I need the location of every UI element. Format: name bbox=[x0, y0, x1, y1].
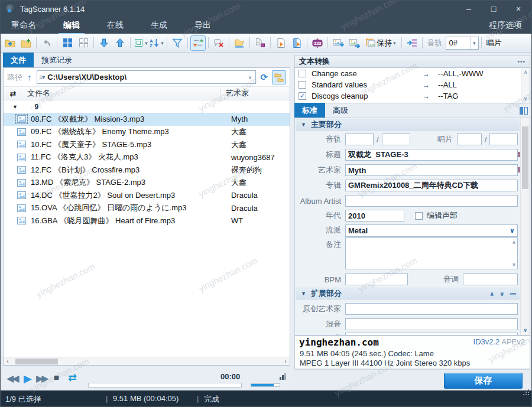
remix-field[interactable] bbox=[345, 318, 518, 330]
select-mode-dropdown[interactable]: ▾ bbox=[133, 35, 148, 51]
fast-forward-icon[interactable]: ▶▶ bbox=[36, 373, 47, 384]
save-button[interactable]: 保存 bbox=[444, 373, 523, 389]
undo-button[interactable] bbox=[39, 35, 54, 51]
more-options-icon[interactable]: ••• bbox=[517, 58, 525, 65]
panel-layout-icon[interactable] bbox=[520, 107, 528, 115]
counter-123-button[interactable]: 123 bbox=[310, 35, 325, 51]
resize-grip[interactable] bbox=[528, 394, 529, 395]
folder-tree-toggle[interactable] bbox=[272, 70, 286, 84]
minimize-icon[interactable]: – bbox=[464, 4, 473, 14]
file-row[interactable]: 15.OVA 《心跳回忆》 日曜の雨のように.mp3 Dracula bbox=[4, 202, 290, 215]
scroll-down-icon[interactable]: ∨ bbox=[512, 262, 516, 268]
genre-select[interactable]: Metal ∨ bbox=[345, 224, 518, 237]
collapse-triangle-icon[interactable]: ▼ bbox=[301, 291, 306, 297]
close-icon[interactable]: × bbox=[514, 4, 523, 14]
view-grid-outline-button[interactable] bbox=[76, 35, 91, 51]
column-filename[interactable]: 文件名 bbox=[22, 88, 221, 99]
sort-dropdown[interactable]: AZ▾ bbox=[149, 35, 164, 51]
album-artist-field[interactable] bbox=[345, 195, 518, 207]
file-row[interactable]: 12.FC 《B计划》 Crossfire.mp3 裸奔的狗 bbox=[4, 164, 290, 177]
checkbox-discogs-cleanup[interactable]: ✓ bbox=[299, 92, 306, 100]
shuffle-icon[interactable]: ⇄ bbox=[4, 89, 22, 98]
menu-edit[interactable]: 编辑 bbox=[61, 18, 82, 33]
scroll-up-icon[interactable]: ∧ bbox=[524, 69, 528, 75]
preview-file-button[interactable] bbox=[273, 35, 288, 51]
add-folder-button[interactable] bbox=[18, 35, 34, 51]
disc-number-field[interactable] bbox=[457, 134, 482, 145]
open-folder-button[interactable] bbox=[232, 35, 247, 51]
key-field[interactable] bbox=[463, 273, 518, 285]
tab-standard[interactable]: 标准 bbox=[294, 103, 325, 118]
view-grid-filled-button[interactable] bbox=[60, 35, 75, 51]
volume-slider[interactable] bbox=[251, 383, 280, 387]
file-row[interactable]: 13.MD 《索尼克》 STAGE-2.mp3 大鑫 bbox=[4, 177, 290, 190]
disc-total-field[interactable] bbox=[489, 134, 518, 145]
collapse-up-icon[interactable]: ∧ bbox=[489, 291, 494, 297]
filter-button[interactable] bbox=[170, 35, 185, 51]
scroll-down-icon[interactable]: ∨ bbox=[523, 327, 527, 333]
import-cover-button[interactable] bbox=[330, 35, 346, 51]
horizontal-scrollbar[interactable]: ‹ › bbox=[4, 357, 290, 365]
collapse-triangle-icon[interactable]: ▼ bbox=[301, 122, 306, 128]
scroll-left-icon[interactable]: ‹ bbox=[4, 358, 12, 364]
convert-row[interactable]: ✓ Discogs cleanup → --TAG bbox=[295, 90, 530, 102]
artist-field[interactable] bbox=[345, 164, 518, 176]
folder-up-icon[interactable]: ↑ bbox=[25, 72, 34, 82]
path-combobox[interactable]: ≡▾ C:\Users\XU\Desktop\ ∨ bbox=[37, 70, 257, 84]
browse-folder-button[interactable] bbox=[2, 35, 18, 51]
tab-preview-log[interactable]: 预览记录 bbox=[34, 53, 80, 67]
track-number-field[interactable] bbox=[345, 134, 374, 145]
scroll-up-icon[interactable]: ∧ bbox=[512, 239, 516, 245]
scroll-down-icon[interactable]: ∨ bbox=[524, 96, 528, 102]
chevron-down-icon[interactable]: ∨ bbox=[245, 74, 256, 80]
album-field[interactable] bbox=[345, 180, 518, 191]
convert-row[interactable]: Change case → --ALL,-WWW bbox=[295, 68, 530, 79]
preview-file-alt-button[interactable] bbox=[289, 35, 304, 51]
structure-button[interactable] bbox=[252, 35, 268, 51]
more-options-icon[interactable]: ••• bbox=[510, 291, 516, 297]
convert-scrollbar[interactable]: ∧∨ bbox=[521, 68, 530, 103]
section-main[interactable]: ▼ 主要部分 bbox=[296, 119, 520, 131]
column-artist[interactable]: 艺术家 bbox=[221, 88, 290, 99]
convert-row[interactable]: Standard values → --ALL bbox=[295, 79, 530, 90]
original-artist-field[interactable] bbox=[345, 303, 518, 315]
collapse-triangle-icon[interactable]: ▼ bbox=[12, 104, 18, 110]
move-down-button[interactable] bbox=[96, 35, 112, 51]
scroll-right-icon[interactable]: › bbox=[281, 358, 290, 364]
form-scrollbar[interactable]: ∨ bbox=[520, 118, 530, 335]
tab-advanced[interactable]: 高级 bbox=[325, 103, 356, 118]
collapse-down-icon[interactable]: ∨ bbox=[499, 291, 504, 297]
title-field[interactable] bbox=[345, 149, 518, 161]
menu-generate[interactable]: 生成 bbox=[148, 18, 170, 33]
file-row[interactable]: 09.FC 《燃烧战车》 Enemy Theme.mp3 大鑫 bbox=[4, 126, 290, 139]
checkbox-standard-values[interactable] bbox=[299, 81, 306, 89]
refresh-icon[interactable]: ⟳ bbox=[259, 72, 269, 83]
menu-program-options[interactable]: 程序选项 bbox=[486, 18, 524, 33]
file-row[interactable]: 16.GBA 《晓月圆舞曲》 Heart of Fire.mp3 WT bbox=[4, 214, 290, 227]
track-total-field[interactable] bbox=[382, 134, 410, 145]
track-format-select[interactable]: 0# ▾ bbox=[446, 37, 479, 50]
resize-cover-keep-dropdown[interactable]: 保持 ▾ bbox=[362, 35, 399, 51]
seek-bar[interactable] bbox=[88, 383, 242, 388]
file-row[interactable]: 14.DC 《世嘉拉力2》 Soul on Desert.mp3 Dracula bbox=[4, 189, 290, 202]
rewind-icon[interactable]: ◀◀ bbox=[7, 373, 18, 384]
bpm-field[interactable] bbox=[345, 273, 408, 285]
move-up-button[interactable] bbox=[112, 35, 128, 51]
menu-rename[interactable]: 重命名 bbox=[9, 18, 38, 33]
scrollbar-thumb[interactable] bbox=[15, 359, 58, 364]
repeat-icon[interactable]: ⇄ bbox=[68, 371, 77, 384]
tab-files[interactable]: 文件 bbox=[3, 53, 34, 67]
group-row[interactable]: ▼ · 9 · bbox=[4, 100, 290, 113]
clear-tags-button[interactable] bbox=[211, 35, 226, 51]
year-field[interactable] bbox=[345, 210, 404, 222]
maximize-icon[interactable]: □ bbox=[489, 4, 498, 14]
export-cover-button[interactable] bbox=[346, 35, 362, 51]
section-extended[interactable]: ▼ 扩展部分 ∧ ∨ ••• bbox=[296, 288, 520, 299]
menu-export[interactable]: 导出 bbox=[192, 18, 213, 33]
checkbox-change-case[interactable] bbox=[299, 70, 306, 77]
file-row[interactable]: 11.FC 《洛克人3》 火花人.mp3 wuyong3687 bbox=[4, 151, 290, 164]
swap-panels-button[interactable] bbox=[190, 35, 206, 51]
file-row[interactable]: 10.FC 《魔天童子》 STAGE-5.mp3 大鑫 bbox=[4, 138, 290, 151]
comment-textarea[interactable]: ∧ ∨ bbox=[345, 237, 518, 269]
edit-voice-checkbox[interactable] bbox=[415, 212, 423, 220]
